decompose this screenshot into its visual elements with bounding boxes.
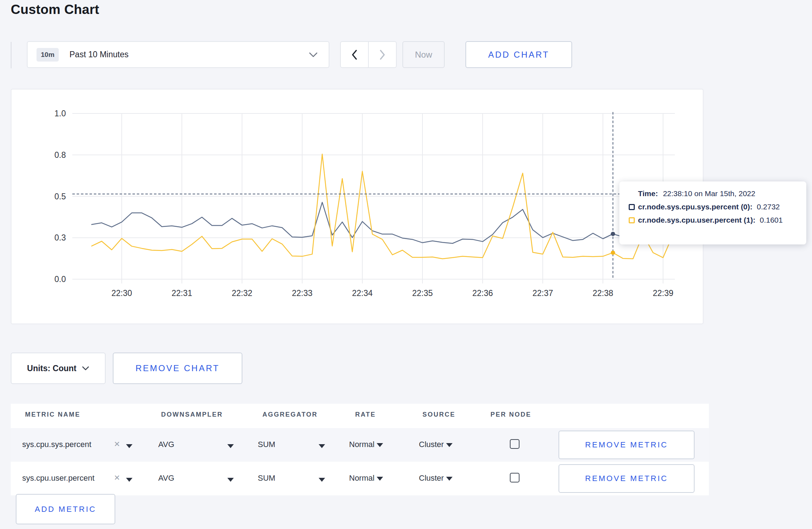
tooltip-series-row: cr.node.sys.cpu.user.percent (1): 0.1601: [629, 216, 799, 224]
per-node-checkbox[interactable]: [510, 473, 519, 482]
x-tick-label: 22:31: [171, 288, 192, 298]
chevron-down-icon: [309, 52, 318, 58]
aggregator-select[interactable]: SUM: [258, 440, 275, 449]
x-tick-label: 22:32: [232, 288, 252, 298]
tooltip-time-row: Time: 22:38:10 on Mar 15th, 2022: [629, 189, 799, 198]
remove-metric-button[interactable]: REMOVE METRIC: [559, 464, 695, 493]
aggregator-caret-icon[interactable]: [319, 475, 325, 484]
rate-value: Normal: [349, 474, 374, 482]
aggregator-caret-icon[interactable]: [319, 441, 325, 450]
add-chart-button[interactable]: ADD CHART: [465, 41, 572, 68]
metric-name-value[interactable]: sys.cpu.sys.percent: [22, 440, 91, 449]
time-prev-button[interactable]: [341, 42, 368, 67]
y-tick-label: 1.0: [54, 109, 66, 118]
clear-metric-icon[interactable]: ✕: [114, 440, 120, 448]
col-header-source: SOURCE: [422, 411, 455, 418]
tooltip-time-label: Time:: [638, 189, 658, 198]
col-header-aggregator: AGGREGATOR: [262, 411, 318, 418]
chart-tooltip: Time: 22:38:10 on Mar 15th, 2022 cr.node…: [619, 181, 806, 244]
metrics-table: METRIC NAME DOWNSAMPLER AGGREGATOR RATE …: [11, 404, 709, 495]
x-tick-label: 22:36: [472, 288, 493, 298]
series-swatch-sys: [629, 204, 635, 210]
source-select[interactable]: Cluster: [419, 474, 453, 483]
x-tick-label: 22:38: [593, 288, 613, 298]
chevron-left-icon: [351, 49, 358, 60]
tooltip-series-value: 0.1601: [760, 216, 783, 224]
col-header-metric-name: METRIC NAME: [25, 411, 81, 418]
remove-chart-button[interactable]: REMOVE CHART: [113, 353, 242, 384]
y-tick-label: 0.0: [54, 275, 66, 284]
col-header-downsampler: DOWNSAMPLER: [161, 411, 223, 418]
metric-name-value[interactable]: sys.cpu.user.percent: [22, 474, 95, 483]
hover-point-series-0: [611, 232, 615, 236]
x-tick-label: 22:37: [532, 288, 553, 298]
chart-card: 0.00.30.50.81.022:3022:3122:3222:3322:34…: [11, 89, 704, 324]
rate-select[interactable]: Normal: [349, 440, 383, 449]
x-tick-label: 22:30: [111, 288, 132, 298]
rate-value: Normal: [349, 440, 374, 449]
y-tick-label: 0.3: [54, 233, 66, 242]
downsampler-select[interactable]: AVG: [158, 474, 174, 483]
aggregator-select[interactable]: SUM: [258, 474, 275, 483]
time-window-select[interactable]: 10m Past 10 Minutes: [27, 41, 329, 68]
remove-metric-button[interactable]: REMOVE METRIC: [559, 431, 695, 459]
time-pager: [340, 41, 397, 68]
tooltip-time-value: 22:38:10 on Mar 15th, 2022: [663, 189, 755, 198]
downsampler-caret-icon[interactable]: [227, 475, 234, 484]
x-tick-label: 22:39: [653, 288, 673, 298]
clear-metric-icon[interactable]: ✕: [114, 474, 120, 482]
source-value: Cluster: [419, 474, 444, 482]
source-value: Cluster: [419, 440, 444, 449]
y-tick-label: 0.8: [54, 150, 66, 160]
tooltip-series-value: 0.2732: [757, 203, 780, 211]
x-tick-label: 22:35: [412, 288, 433, 298]
x-tick-label: 22:34: [352, 288, 373, 298]
chevron-down-icon: [82, 366, 89, 371]
toolbar-left-divider: [11, 42, 11, 68]
series-line-0: [92, 202, 673, 243]
tooltip-series-label: cr.node.sys.cpu.user.percent (1):: [638, 216, 755, 224]
downsampler-select[interactable]: AVG: [158, 440, 174, 449]
table-row: sys.cpu.user.percent ✕ AVG SUM Normal Cl…: [11, 462, 709, 495]
add-metric-button[interactable]: ADD METRIC: [16, 494, 115, 524]
metrics-table-header: METRIC NAME DOWNSAMPLER AGGREGATOR RATE …: [11, 404, 709, 428]
col-header-per-node: PER NODE: [490, 411, 531, 418]
chevron-right-icon: [378, 49, 386, 60]
page-title: Custom Chart: [11, 2, 99, 17]
units-label: Units: Count: [27, 364, 77, 373]
rate-select[interactable]: Normal: [349, 474, 383, 483]
per-node-checkbox[interactable]: [510, 439, 519, 449]
metric-name-dropdown-caret[interactable]: [126, 475, 132, 484]
downsampler-caret-icon[interactable]: [227, 441, 234, 450]
units-select[interactable]: Units: Count: [11, 353, 106, 384]
source-select[interactable]: Cluster: [419, 440, 453, 449]
time-window-label: Past 10 Minutes: [69, 50, 309, 59]
now-button[interactable]: Now: [402, 41, 445, 68]
hover-point-series-1: [611, 251, 615, 255]
table-row: sys.cpu.sys.percent ✕ AVG SUM Normal Clu…: [11, 428, 709, 462]
custom-chart-canvas[interactable]: 0.00.30.50.81.022:3022:3122:3222:3322:34…: [11, 89, 704, 325]
col-header-rate: RATE: [355, 411, 376, 418]
series-swatch-user: [629, 217, 635, 223]
time-next-button[interactable]: [368, 42, 396, 67]
x-tick-label: 22:33: [292, 288, 313, 298]
tooltip-series-label: cr.node.sys.cpu.sys.percent (0):: [638, 203, 753, 211]
metric-name-dropdown-caret[interactable]: [126, 441, 132, 450]
time-window-badge: 10m: [37, 48, 59, 62]
y-tick-label: 0.5: [54, 192, 66, 201]
series-line-1: [92, 154, 673, 259]
tooltip-series-row: cr.node.sys.cpu.sys.percent (0): 0.2732: [629, 203, 799, 211]
